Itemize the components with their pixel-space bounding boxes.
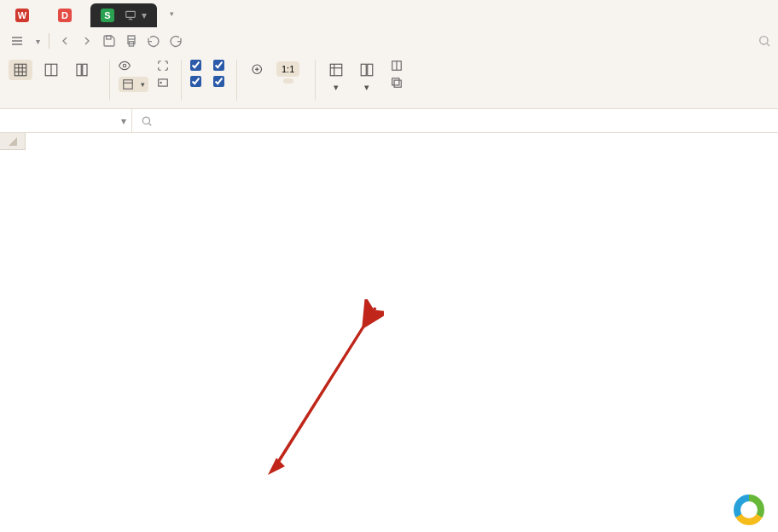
chk-rowcol[interactable]: [213, 60, 228, 71]
svg-rect-18: [77, 64, 81, 76]
svg-rect-0: [126, 11, 136, 17]
view-normal[interactable]: [9, 60, 32, 82]
svg-line-38: [148, 123, 151, 125]
svg-rect-36: [394, 80, 401, 87]
select-all-corner[interactable]: [0, 133, 26, 150]
ribbon-view: ▾ 1:1 ▾ ▾: [0, 55, 778, 109]
view-read[interactable]: ▾: [119, 77, 148, 92]
svg-rect-35: [392, 78, 399, 85]
tab-daoket[interactable]: D: [48, 3, 87, 27]
title-tabs: W D S ▾ ▾: [0, 0, 778, 27]
svg-rect-6: [107, 36, 111, 39]
svg-point-37: [142, 117, 149, 124]
menu-bar: ▾: [0, 27, 778, 55]
daoket-icon: D: [58, 9, 72, 22]
hamburger-icon[interactable]: [7, 31, 27, 51]
svg-point-20: [123, 64, 126, 67]
formula-bar: ▾: [0, 109, 778, 133]
watermark-logo-icon: [734, 494, 764, 525]
tab-excel-file[interactable]: S ▾: [90, 3, 157, 27]
svg-rect-21: [124, 80, 133, 90]
freeze-panes[interactable]: ▾: [324, 60, 348, 93]
cancel-fx-icon[interactable]: [141, 115, 153, 127]
undo-icon[interactable]: [147, 34, 160, 48]
spreadsheet-icon: S: [101, 9, 114, 22]
svg-rect-32: [368, 64, 373, 76]
wps-logo-icon: W: [15, 9, 29, 22]
tab-wps-office[interactable]: W: [5, 3, 44, 27]
view-pagebreak[interactable]: [39, 60, 63, 82]
forward-icon[interactable]: [80, 34, 94, 48]
column-headers[interactable]: [26, 133, 778, 150]
cells-area[interactable]: [26, 150, 778, 532]
eye-protect[interactable]: [119, 60, 148, 72]
zoom-100[interactable]: 1:1: [276, 60, 299, 84]
monitor-icon[interactable]: [125, 9, 136, 21]
svg-rect-23: [159, 79, 168, 86]
rearrange-window[interactable]: ▾: [355, 60, 379, 93]
watermark: [734, 494, 769, 525]
view-pagelayout[interactable]: [70, 60, 94, 82]
zoom-scale[interactable]: [246, 60, 270, 82]
split-window[interactable]: [391, 60, 406, 72]
spreadsheet-grid[interactable]: [0, 133, 778, 532]
file-menu[interactable]: ▾: [32, 37, 40, 46]
svg-rect-28: [331, 64, 343, 76]
print-icon[interactable]: [125, 34, 138, 48]
add-tab-button[interactable]: ▾: [159, 9, 183, 18]
custom-view[interactable]: [157, 77, 172, 89]
chk-gridlines[interactable]: [190, 76, 205, 87]
chk-editbar[interactable]: [190, 60, 205, 71]
svg-rect-11: [15, 64, 26, 76]
redo-icon[interactable]: [169, 34, 183, 48]
search-icon[interactable]: [758, 34, 771, 48]
back-icon[interactable]: [58, 34, 72, 48]
chevron-down-icon[interactable]: ▾: [121, 115, 126, 127]
new-window[interactable]: [391, 77, 406, 89]
svg-rect-19: [83, 64, 87, 76]
svg-rect-31: [362, 64, 367, 76]
svg-point-24: [160, 82, 161, 83]
chevron-down-icon[interactable]: ▾: [142, 9, 147, 21]
svg-point-9: [760, 37, 768, 44]
svg-line-10: [767, 43, 769, 46]
save-icon[interactable]: [102, 34, 116, 48]
fullscreen[interactable]: [157, 60, 172, 72]
name-box[interactable]: ▾: [0, 109, 132, 132]
chk-taskpane[interactable]: [213, 76, 228, 87]
